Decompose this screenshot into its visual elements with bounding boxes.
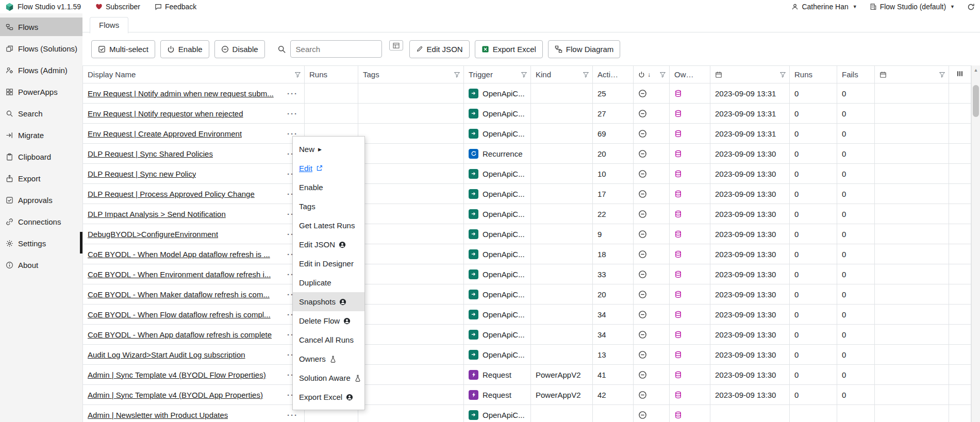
multi-select-button[interactable]: Multi-select [91, 40, 155, 58]
sidebar-item-approvals[interactable]: Approvals [0, 191, 82, 209]
owner-cell[interactable] [670, 144, 710, 164]
menu-item-cancel-all-runs[interactable]: Cancel All Runs [293, 330, 364, 349]
table-row[interactable]: Audit Log Wizard>Start Audit Log subscri… [83, 345, 971, 365]
owner-cell[interactable] [670, 284, 710, 305]
table-row[interactable]: Admin | Sync Template v4 (BYODL App Prop… [83, 385, 971, 405]
refresh-button[interactable] [967, 3, 975, 11]
sidebar-item-powerapps[interactable]: PowerApps [0, 82, 82, 101]
filter-icon[interactable] [779, 71, 786, 78]
flow-name-link[interactable]: Admin | Newsletter with Product Updates [88, 411, 228, 419]
flow-name-link[interactable]: DLP Impact Analysis > Send Notification [88, 210, 226, 218]
filter-icon[interactable] [659, 71, 666, 78]
owner-cell[interactable] [670, 305, 710, 325]
scroll-up-icon[interactable]: ▲ [972, 65, 980, 73]
scrollbar-thumb[interactable] [973, 85, 979, 117]
search-input[interactable] [290, 40, 382, 58]
flow-name-link[interactable]: Env Request | Create Approved Environmen… [88, 129, 242, 138]
flow-name-link[interactable]: DebugBYODL>ConfigureEnvironment [88, 230, 218, 239]
column-header-display-name[interactable]: Display Name [83, 66, 305, 83]
column-header-runs-count[interactable]: Runs [790, 66, 837, 83]
table-row[interactable]: Env Request | Notify admin when new requ… [83, 83, 971, 104]
subscriber-link[interactable]: Subscriber [95, 3, 140, 11]
grid-options-button[interactable] [389, 40, 403, 50]
table-row[interactable]: Admin | Newsletter with Product Updates … [83, 405, 971, 422]
flow-name-link[interactable]: Env Request | Notify admin when new requ… [88, 89, 274, 98]
table-row[interactable]: CoE BYODL - When Environment dataflow re… [83, 264, 971, 284]
owner-cell[interactable] [670, 345, 710, 365]
row-menu-button[interactable]: ··· [286, 411, 300, 419]
search-icon[interactable] [277, 45, 286, 54]
filter-icon[interactable] [521, 71, 527, 78]
flow-name-link[interactable]: Admin | Sync Template v4 (BYODL App Prop… [88, 391, 263, 399]
export-excel-button[interactable]: Export Excel [475, 40, 543, 58]
table-scrollbar[interactable]: ▲ [971, 65, 980, 422]
sidebar-item-migrate[interactable]: Migrate [0, 126, 82, 144]
sidebar-item-settings[interactable]: Settings [0, 234, 82, 252]
sidebar-item-clipboard[interactable]: Clipboard [0, 147, 82, 166]
menu-item-edit-in-designer[interactable]: Edit in Designer [293, 254, 364, 273]
edit-json-button[interactable]: Edit JSON [409, 40, 470, 58]
menu-item-owners[interactable]: Owners [293, 349, 364, 368]
sidebar-item-flows-admin[interactable]: Flows (Admin) [0, 61, 82, 79]
tenant-menu[interactable]: Flow Studio (default) ▼ [870, 3, 955, 11]
sidebar-item-connections[interactable]: Connections [0, 212, 82, 231]
table-row[interactable]: Env Request | Notify requestor when reje… [83, 104, 971, 124]
sidebar-item-flows[interactable]: Flows [0, 18, 82, 36]
filter-icon[interactable] [583, 71, 589, 78]
sidebar-item-export[interactable]: Export [0, 169, 82, 188]
owner-cell[interactable] [670, 184, 710, 204]
flow-name-link[interactable]: Admin | Sync Template v4 (BYODL Flow Pro… [88, 370, 266, 379]
owner-cell[interactable] [670, 164, 710, 184]
flow-name-link[interactable]: CoE BYODL - When Flow dataflow refresh i… [88, 310, 271, 319]
table-row[interactable]: DLP Request | Sync Shared Policies ··· R… [83, 144, 971, 164]
menu-item-get-latest-runs[interactable]: Get Latest Runs [293, 216, 364, 235]
menu-item-delete-flow[interactable]: Delete Flow [293, 311, 364, 330]
owner-cell[interactable] [670, 104, 710, 124]
row-menu-button[interactable]: ··· [286, 109, 300, 118]
table-row[interactable]: Admin | Sync Template v4 (BYODL Flow Pro… [83, 365, 971, 385]
tab-flows[interactable]: Flows [90, 17, 128, 33]
flow-name-link[interactable]: CoE BYODL - When Environment dataflow re… [88, 270, 271, 279]
flow-name-link[interactable]: Env Request | Notify requestor when reje… [88, 109, 243, 118]
flow-name-link[interactable]: DLP Request | Process Approved Policy Ch… [88, 190, 255, 198]
table-row[interactable]: CoE BYODL - When Flow dataflow refresh i… [83, 305, 971, 325]
column-header-trigger[interactable]: Trigger [464, 66, 531, 83]
flow-name-link[interactable]: CoE BYODL - When Model App dataflow refr… [88, 250, 270, 259]
menu-item-tags[interactable]: Tags [293, 197, 364, 216]
column-header-actions[interactable]: Actions [593, 66, 634, 83]
owner-cell[interactable] [670, 83, 710, 104]
column-header-kind[interactable]: Kind [531, 66, 593, 83]
flow-name-link[interactable]: CoE BYODL - When Maker dataflow refresh … [88, 290, 270, 299]
owner-cell[interactable] [670, 385, 710, 405]
menu-item-duplicate[interactable]: Duplicate [293, 273, 364, 292]
owner-cell[interactable] [670, 224, 710, 244]
column-header-created[interactable] [875, 66, 949, 83]
column-chooser-button[interactable] [949, 66, 971, 83]
owner-cell[interactable] [670, 244, 710, 264]
user-menu[interactable]: Catherine Han ▼ [791, 3, 857, 11]
filter-icon[interactable] [454, 71, 460, 78]
table-row[interactable]: CoE BYODL - When App dataflow refresh is… [83, 325, 971, 345]
filter-icon[interactable] [294, 71, 301, 78]
table-row[interactable]: DLP Impact Analysis > Send Notification … [83, 204, 971, 224]
owner-cell[interactable] [670, 264, 710, 284]
menu-item-edit-json[interactable]: Edit JSON [293, 235, 364, 254]
owner-cell[interactable] [670, 365, 710, 385]
disable-button[interactable]: Disable [214, 40, 265, 58]
owner-cell[interactable] [670, 405, 710, 422]
menu-item-enable[interactable]: Enable [293, 178, 364, 197]
table-row[interactable]: CoE BYODL - When Model App dataflow refr… [83, 244, 971, 264]
column-header-fails[interactable]: Fails [837, 66, 875, 83]
flow-name-link[interactable]: CoE BYODL - When App dataflow refresh is… [88, 330, 272, 339]
sidebar-item-flows-solutions[interactable]: Flows (Solutions) [0, 39, 82, 58]
menu-item-new[interactable]: New ▶ [293, 140, 364, 159]
owner-cell[interactable] [670, 204, 710, 224]
column-header-owner[interactable]: Owner [670, 66, 710, 83]
flow-name-link[interactable]: DLP Request | Sync new Policy [88, 170, 196, 178]
filter-icon[interactable] [939, 71, 945, 78]
column-header-tags[interactable]: Tags [358, 66, 464, 83]
flow-name-link[interactable]: DLP Request | Sync Shared Policies [88, 149, 213, 158]
menu-item-snapshots[interactable]: Snapshots [293, 292, 364, 311]
column-header-runs[interactable]: Runs [305, 66, 358, 83]
table-row[interactable]: DLP Request | Process Approved Policy Ch… [83, 184, 971, 204]
